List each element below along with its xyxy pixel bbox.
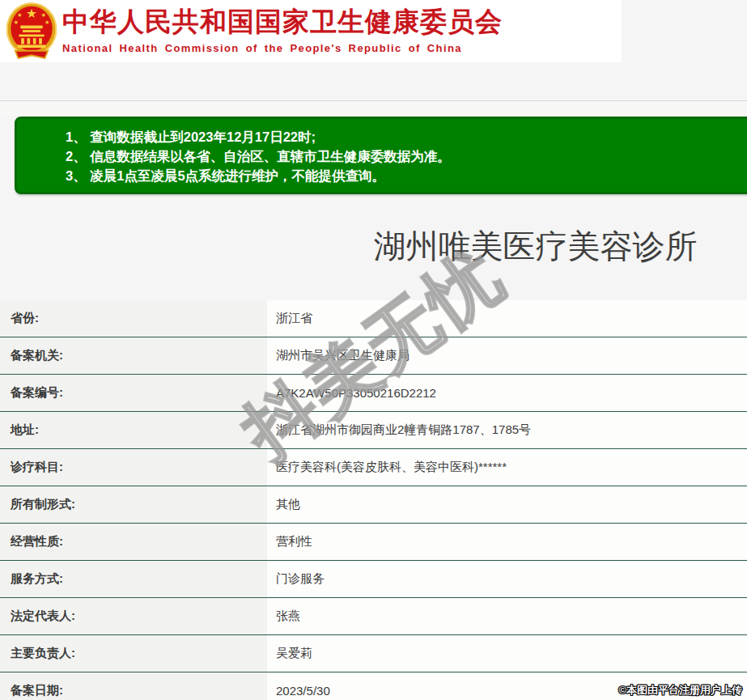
svg-text:★: ★	[40, 11, 46, 19]
china-national-emblem-icon: ★ ★ ★ ★ ★	[5, 2, 58, 63]
svg-text:★: ★	[45, 19, 50, 26]
field-label: 诊疗科目:	[0, 449, 267, 486]
field-value: 其他	[267, 486, 747, 523]
field-label: 备案编号:	[0, 375, 267, 411]
field-value: 门诊服务	[267, 561, 747, 597]
header-titles: 中华人民共和国国家卫生健康委员会 National Health Commiss…	[62, 8, 503, 54]
svg-text:★: ★	[13, 19, 19, 26]
field-label: 备案日期:	[0, 672, 267, 700]
field-label: 主要负责人:	[0, 635, 267, 672]
field-label: 所有制形式:	[0, 486, 267, 523]
svg-text:★: ★	[17, 11, 23, 19]
site-header: ★ ★ ★ ★ ★ 中华人民共和国国家卫生健康委员会 National Heal…	[0, 0, 622, 62]
field-value: 湖州市吴兴区卫生健康局	[267, 337, 747, 374]
table-row-filing-authority: 备案机关: 湖州市吴兴区卫生健康局	[0, 337, 747, 375]
table-row-filing-number: 备案编号: A7K2AW50P33050216D2212	[0, 375, 747, 412]
notice-line-2: 2、 信息数据结果以各省、自治区、直辖市卫生健康委数据为准。	[66, 146, 747, 166]
field-value: 浙江省	[267, 300, 747, 337]
field-label: 服务方式:	[0, 561, 267, 597]
site-title-english: National Health Commission of the People…	[62, 42, 503, 54]
copyright-watermark: ©本图由平台注册用户上传	[618, 683, 742, 698]
field-value: 医疗美容科(美容皮肤科、美容中医科)******	[267, 449, 747, 486]
divider-band	[0, 101, 747, 117]
site-title-chinese: 中华人民共和国国家卫生健康委员会	[62, 8, 503, 36]
field-label: 法定代表人:	[0, 598, 267, 634]
field-value: A7K2AW50P33050216D2212	[267, 375, 747, 411]
table-row-main-responsible-person: 主要负责人: 吴爱莉	[0, 635, 747, 672]
field-value: 张燕	[267, 598, 747, 634]
table-row-province: 省份: 浙江省	[0, 300, 747, 337]
field-value: 营利性	[267, 524, 747, 560]
notice-line-3: 3、 凌晨1点至凌晨5点系统进行维护，不能提供查询。	[66, 166, 747, 185]
table-row-service-mode: 服务方式: 门诊服务	[0, 561, 747, 598]
institution-name-title: 湖州唯美医疗美容诊所	[324, 224, 747, 269]
notice-line-1: 1、 查询数据截止到2023年12月17日22时;	[66, 127, 747, 146]
record-table: 省份: 浙江省 备案机关: 湖州市吴兴区卫生健康局 备案编号: A7K2AW50…	[0, 300, 747, 700]
field-value: 吴爱莉	[267, 635, 747, 672]
table-row-address: 地址: 浙江省湖州市御园商业2幢青铜路1787、1785号	[0, 412, 747, 449]
table-row-treatment-subjects: 诊疗科目: 医疗美容科(美容皮肤科、美容中医科)******	[0, 449, 747, 486]
table-row-ownership-form: 所有制形式: 其他	[0, 486, 747, 524]
field-value: 浙江省湖州市御园商业2幢青铜路1787、1785号	[267, 412, 747, 448]
field-label: 经营性质:	[0, 524, 267, 560]
table-row-legal-representative: 法定代表人: 张燕	[0, 598, 747, 635]
field-label: 省份:	[0, 300, 267, 337]
field-label: 地址:	[0, 412, 267, 448]
nhc-query-result-page: { "header": { "emblem_icon": "china-nati…	[0, 0, 747, 700]
svg-text:★: ★	[26, 6, 37, 20]
table-row-business-nature: 经营性质: 营利性	[0, 524, 747, 561]
query-notice-box: 1、 查询数据截止到2023年12月17日22时; 2、 信息数据结果以各省、自…	[15, 117, 747, 194]
field-label: 备案机关:	[0, 337, 267, 374]
